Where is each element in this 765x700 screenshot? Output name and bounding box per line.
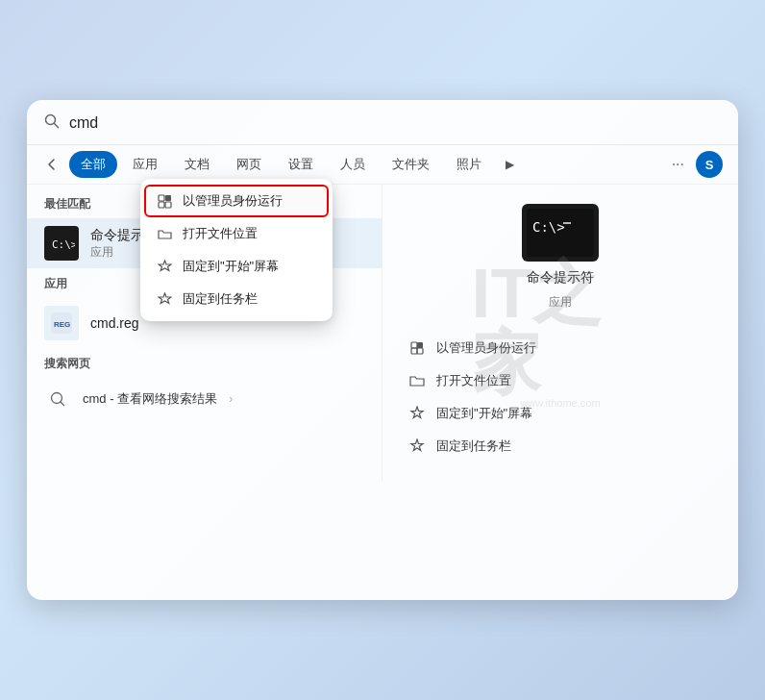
context-menu: 以管理员身份运行 打开文件位置 固定到"开始"屏幕 bbox=[140, 179, 333, 321]
cmd-app-icon: C:\> bbox=[44, 226, 79, 261]
tab-people[interactable]: 人员 bbox=[329, 151, 377, 178]
pin-taskbar-icon bbox=[407, 437, 427, 456]
reg-file-icon: REG bbox=[44, 306, 79, 340]
open-folder-icon bbox=[407, 371, 427, 390]
right-action-admin-label: 以管理员身份运行 bbox=[436, 339, 536, 357]
right-panel: IT之家 www.ithome.com C:\> 命令提示符 应用 bbox=[382, 185, 738, 482]
ctx-item-run-as-admin[interactable]: 以管理员身份运行 bbox=[140, 185, 333, 217]
svg-rect-10 bbox=[563, 222, 571, 224]
svg-rect-17 bbox=[159, 202, 164, 208]
right-action-pin-start-label: 固定到"开始"屏幕 bbox=[436, 405, 532, 422]
svg-line-1 bbox=[55, 124, 59, 128]
web-search-text: cmd - 查看网络搜索结果 bbox=[83, 390, 217, 408]
app-preview: C:\> 命令提示符 应用 bbox=[522, 204, 599, 311]
right-action-pin-taskbar-label: 固定到任务栏 bbox=[436, 438, 511, 455]
app-preview-type: 应用 bbox=[549, 294, 572, 311]
svg-rect-18 bbox=[165, 202, 171, 208]
ctx-pin-start-label: 固定到"开始"屏幕 bbox=[183, 258, 279, 275]
ctx-pin-taskbar-label: 固定到任务栏 bbox=[183, 290, 258, 308]
tab-folders[interactable]: 文件夹 bbox=[381, 151, 441, 178]
nav-back-button[interactable] bbox=[38, 151, 65, 178]
tab-all[interactable]: 全部 bbox=[69, 151, 117, 178]
svg-text:C:\>: C:\> bbox=[52, 238, 75, 251]
ctx-pin-taskbar-icon bbox=[156, 290, 173, 308]
svg-rect-14 bbox=[417, 348, 423, 354]
tab-apps[interactable]: 应用 bbox=[121, 151, 169, 178]
svg-rect-11 bbox=[411, 342, 417, 348]
web-search-item[interactable]: cmd - 查看网络搜索结果 › bbox=[27, 378, 382, 420]
more-button[interactable]: ··· bbox=[664, 152, 692, 177]
tab-photos[interactable]: 照片 bbox=[445, 151, 493, 178]
right-action-pin-taskbar[interactable]: 固定到任务栏 bbox=[400, 430, 721, 462]
ctx-pin-start-icon bbox=[156, 258, 173, 275]
pin-start-icon bbox=[407, 404, 427, 423]
app-preview-icon: C:\> bbox=[522, 204, 599, 262]
svg-text:REG: REG bbox=[54, 320, 70, 329]
search-icon bbox=[44, 113, 60, 133]
play-icon[interactable]: ▶ bbox=[497, 152, 522, 177]
app-preview-name: 命令提示符 bbox=[527, 269, 594, 287]
right-action-pin-start[interactable]: 固定到"开始"屏幕 bbox=[400, 397, 721, 430]
svg-line-7 bbox=[61, 402, 64, 406]
ctx-item-pin-start[interactable]: 固定到"开始"屏幕 bbox=[140, 250, 333, 283]
right-action-admin[interactable]: 以管理员身份运行 bbox=[400, 332, 721, 364]
right-action-open-folder[interactable]: 打开文件位置 bbox=[400, 364, 721, 397]
right-action-folder-label: 打开文件位置 bbox=[436, 372, 511, 389]
search-input[interactable] bbox=[69, 114, 721, 132]
ctx-admin-label: 以管理员身份运行 bbox=[183, 192, 283, 210]
ctx-item-open-location[interactable]: 打开文件位置 bbox=[140, 217, 333, 250]
search-bar bbox=[27, 100, 738, 145]
svg-rect-13 bbox=[411, 348, 417, 354]
svg-rect-16 bbox=[165, 195, 171, 201]
ctx-admin-icon bbox=[156, 192, 173, 210]
tab-settings[interactable]: 设置 bbox=[277, 151, 325, 178]
ctx-item-pin-taskbar[interactable]: 固定到任务栏 bbox=[140, 283, 333, 315]
tab-docs[interactable]: 文档 bbox=[173, 151, 221, 178]
content-area: 最佳匹配 C:\> 命令提示符 应用 应用 bbox=[27, 185, 738, 482]
avatar[interactable]: S bbox=[696, 151, 723, 178]
web-search-arrow: › bbox=[229, 392, 233, 406]
right-actions: 以管理员身份运行 打开文件位置 固定 bbox=[400, 332, 721, 462]
ctx-open-location-label: 打开文件位置 bbox=[183, 225, 258, 242]
svg-rect-12 bbox=[417, 342, 423, 348]
tab-web[interactable]: 网页 bbox=[225, 151, 273, 178]
web-search-icon bbox=[44, 386, 71, 412]
search-panel: 全部 应用 文档 网页 设置 人员 文件夹 照片 ▶ ··· S 最佳匹配 C:… bbox=[27, 100, 738, 600]
web-search-title: 搜索网页 bbox=[27, 356, 382, 378]
nav-bar: 全部 应用 文档 网页 设置 人员 文件夹 照片 ▶ ··· S bbox=[27, 145, 738, 185]
svg-text:C:\>: C:\> bbox=[532, 219, 565, 235]
ctx-folder-icon bbox=[156, 225, 173, 242]
run-as-admin-icon bbox=[407, 338, 427, 358]
svg-rect-15 bbox=[159, 195, 164, 201]
